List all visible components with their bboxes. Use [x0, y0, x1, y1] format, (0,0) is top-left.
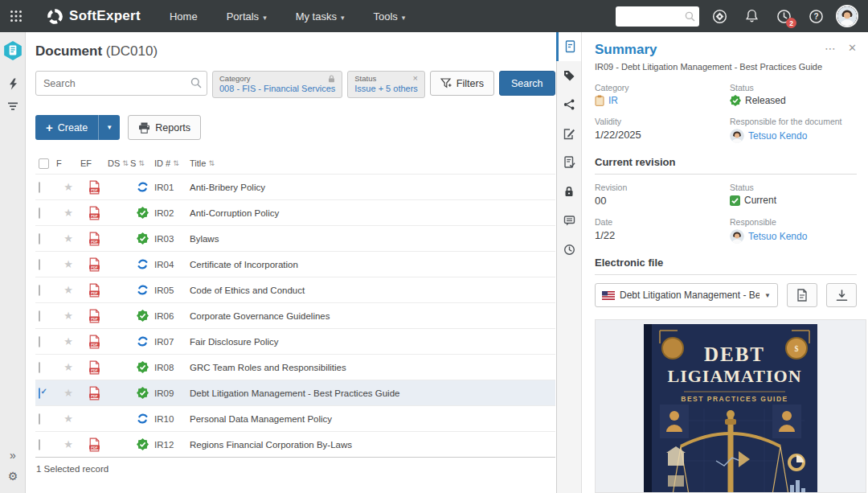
menu-my-tasks[interactable]: My tasks▾: [285, 6, 356, 27]
sort-icon[interactable]: ⇅: [208, 159, 215, 167]
menu-portals[interactable]: Portals▾: [215, 6, 278, 27]
row-checkbox[interactable]: [39, 207, 40, 219]
chevron-down-icon: ▾: [341, 14, 345, 22]
tab-comments[interactable]: [557, 206, 581, 235]
favorite-star-icon[interactable]: ★: [56, 310, 80, 322]
table-row[interactable]: ★ PDF IR03 Bylaws: [35, 225, 555, 251]
settings-gear-icon[interactable]: ⚙: [0, 466, 26, 487]
panel-close-icon[interactable]: ✕: [848, 42, 857, 55]
row-checkbox[interactable]: [39, 362, 40, 373]
favorite-star-icon[interactable]: ★: [56, 413, 80, 425]
reports-button[interactable]: Reports: [128, 115, 201, 140]
row-checkbox[interactable]: [39, 439, 40, 450]
table-row[interactable]: ★ PDF IR04 Certificate of Incorporation: [35, 251, 555, 277]
pdf-file-cell[interactable]: PDF: [80, 386, 108, 401]
row-checkbox[interactable]: [39, 259, 40, 270]
pdf-file-cell[interactable]: PDF: [80, 283, 108, 298]
table-row[interactable]: ★ PDF IR10 Personal Data Management Poli…: [35, 405, 555, 431]
sort-icon[interactable]: ⇅: [173, 159, 179, 167]
row-checkbox[interactable]: [39, 413, 40, 425]
tab-history[interactable]: [557, 235, 581, 264]
pdf-file-cell[interactable]: PDF: [80, 335, 108, 349]
favorite-star-icon[interactable]: ★: [56, 387, 80, 399]
softexpert-logo[interactable]: SoftExpert: [47, 8, 141, 25]
download-button[interactable]: [826, 283, 857, 307]
workspace-icon[interactable]: [707, 4, 731, 28]
sort-icon[interactable]: ⇅: [138, 159, 145, 167]
column-header-ds[interactable]: DS⇅: [108, 158, 130, 168]
favorite-star-icon[interactable]: ★: [56, 438, 80, 450]
notifications-bell-icon[interactable]: [739, 4, 764, 28]
panel-menu-icon[interactable]: ⋯: [825, 42, 837, 55]
pdf-file-cell[interactable]: PDF: [80, 180, 108, 195]
favorite-star-icon[interactable]: ★: [56, 181, 80, 193]
sidebar-item-quick-actions[interactable]: [0, 72, 26, 95]
help-icon[interactable]: ?: [804, 4, 828, 28]
table-row[interactable]: ★ PDF IR01 Anti-Bribery Policy: [35, 174, 555, 199]
create-button[interactable]: + Create: [35, 115, 98, 140]
tab-approval[interactable]: [557, 148, 581, 177]
table-row[interactable]: ★ PDF IR09 Debt Litigation Management - …: [35, 380, 555, 405]
row-checkbox[interactable]: [39, 310, 40, 322]
table-row[interactable]: ★ PDF IR06 Corporate Governance Guidelin…: [35, 302, 555, 328]
view-file-button[interactable]: [787, 283, 817, 307]
menu-home[interactable]: Home: [158, 6, 209, 27]
file-select-dropdown[interactable]: Debt Litigation Management - Best Pr. ▼: [595, 283, 778, 307]
panel-subtitle: IR09 - Debt Litigation Management - Best…: [595, 62, 857, 72]
book-cover-thumbnail: $ DEBT LIGIAMATION BEST PRACTICES GUIDE: [644, 324, 817, 493]
favorite-star-icon[interactable]: ★: [56, 284, 80, 296]
column-label: EF: [80, 158, 92, 168]
tab-tags[interactable]: [557, 61, 581, 90]
row-checkbox[interactable]: [39, 388, 40, 399]
column-header-s[interactable]: S⇅: [130, 158, 154, 168]
favorite-star-icon[interactable]: ★: [56, 207, 80, 219]
pdf-file-cell[interactable]: PDF: [80, 232, 108, 246]
row-id: IR01: [154, 183, 190, 192]
filters-button[interactable]: Filters: [430, 71, 494, 96]
sidebar-item-filters[interactable]: [0, 95, 26, 117]
search-button[interactable]: Search: [499, 71, 555, 96]
favorite-star-icon[interactable]: ★: [56, 232, 80, 244]
responsible-link[interactable]: Tetsuo Kendo: [748, 231, 807, 242]
favorite-star-icon[interactable]: ★: [56, 335, 80, 347]
create-dropdown-button[interactable]: ▼: [98, 115, 120, 140]
row-checkbox[interactable]: [39, 233, 40, 244]
user-avatar[interactable]: [836, 5, 858, 27]
table-search-input[interactable]: [35, 71, 207, 96]
sidebar-item-document-app[interactable]: [2, 40, 23, 61]
responsible-link[interactable]: Tetsuo Kendo: [748, 130, 807, 142]
tab-edit-document[interactable]: [557, 119, 581, 148]
pending-tasks-icon[interactable]: 2: [772, 4, 796, 28]
pdf-file-cell[interactable]: PDF: [80, 412, 108, 426]
column-header-id[interactable]: ID #⇅: [154, 158, 190, 168]
table-row[interactable]: ★ PDF IR02 Anti-Corruption Policy: [35, 199, 555, 225]
pdf-file-cell[interactable]: PDF: [80, 438, 108, 452]
favorite-star-icon[interactable]: ★: [56, 361, 80, 373]
file-preview-area[interactable]: $ DEBT LIGIAMATION BEST PRACTICES GUIDE: [595, 319, 866, 493]
row-checkbox[interactable]: [39, 182, 40, 193]
table-row[interactable]: ★ PDF IR05 Code of Ethics and Conduct: [35, 277, 555, 302]
column-header-title[interactable]: Title⇅: [190, 158, 555, 168]
tab-summary[interactable]: [556, 32, 581, 61]
filter-chip-status[interactable]: Status × Issue + 5 others: [347, 71, 425, 98]
table-row[interactable]: ★ PDF IR07 Fair Disclosure Policy: [35, 328, 555, 354]
tab-security[interactable]: [557, 177, 581, 206]
row-checkbox[interactable]: [39, 336, 40, 347]
category-link[interactable]: IR: [608, 95, 618, 106]
app-grid-icon[interactable]: [0, 0, 32, 32]
pdf-file-cell[interactable]: PDF: [80, 206, 108, 220]
remove-chip-icon[interactable]: ×: [412, 75, 417, 82]
table-row[interactable]: ★ PDF IR12 Regions Financial Corporation…: [35, 431, 555, 457]
sort-icon[interactable]: ⇅: [122, 159, 129, 167]
pdf-file-cell[interactable]: PDF: [80, 360, 108, 375]
select-all-checkbox[interactable]: [39, 158, 49, 169]
filter-chip-category[interactable]: Category 008 - FIS - Financial Services: [212, 71, 342, 98]
tab-relationships[interactable]: [557, 90, 581, 119]
pdf-file-cell[interactable]: PDF: [80, 309, 108, 323]
table-row[interactable]: ★ PDF IR08 GRC Team Roles and Responsibi…: [35, 354, 555, 380]
favorite-star-icon[interactable]: ★: [56, 258, 80, 270]
expand-sidebar-button[interactable]: »: [0, 445, 26, 466]
row-checkbox[interactable]: [39, 285, 40, 296]
pdf-file-cell[interactable]: PDF: [80, 257, 108, 272]
menu-tools[interactable]: Tools▾: [362, 6, 416, 27]
